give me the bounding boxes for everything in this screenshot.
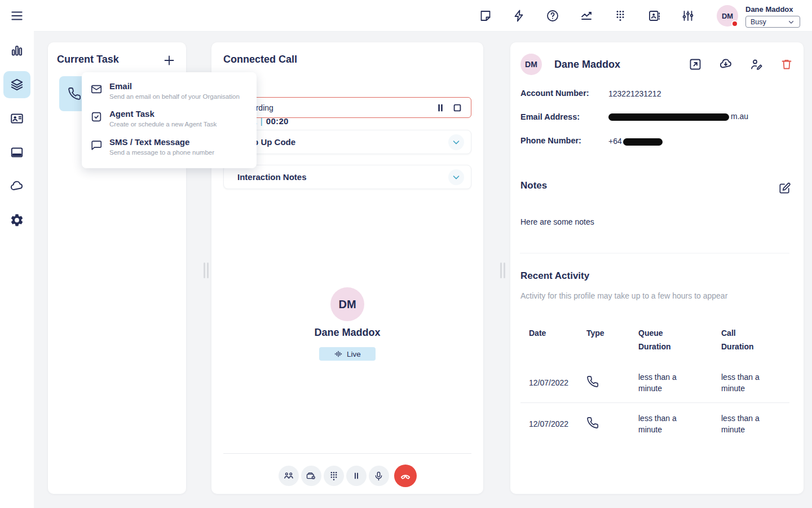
edit-notes-button[interactable] xyxy=(778,182,791,195)
waveform-icon xyxy=(334,349,343,358)
stop-recording-button[interactable] xyxy=(452,102,463,113)
sidebar-item-workspace[interactable] xyxy=(3,139,30,166)
table-row: 12/07/2022 less than a minute less than … xyxy=(529,371,789,395)
agent-workspace: DM Dane Maddox Busy Current Task Connect… xyxy=(0,0,812,508)
connected-call-title: Connected Call xyxy=(223,54,297,65)
transfer-call-button[interactable] xyxy=(279,466,299,486)
email-visible-suffix: m.au xyxy=(731,112,748,121)
notes-content: Here are some notes xyxy=(520,217,594,226)
redaction-bar xyxy=(623,138,663,146)
profile-header: DM Dane Maddox xyxy=(520,53,793,76)
end-call-button[interactable] xyxy=(394,465,417,487)
phone-value: +64 xyxy=(608,137,663,146)
account-number-value: 123221231212 xyxy=(608,89,661,98)
panel-resize-handle[interactable] xyxy=(500,262,505,278)
pause-recording-button[interactable] xyxy=(435,102,446,113)
recording-control-button[interactable] xyxy=(301,466,321,486)
analytics-icon[interactable] xyxy=(580,9,593,23)
status-dot xyxy=(731,20,738,27)
delete-profile-button[interactable] xyxy=(780,58,793,71)
call-duration-value: less than a minute xyxy=(721,413,778,436)
help-icon[interactable] xyxy=(546,9,559,23)
id-card-icon xyxy=(10,111,24,126)
phone-call-type-icon xyxy=(586,413,638,436)
caller-name: Dane Maddox xyxy=(211,327,483,339)
column-header-type: Type xyxy=(586,327,634,354)
activity-date: 12/07/2022 xyxy=(529,413,585,436)
dialpad-button[interactable] xyxy=(324,466,344,486)
status-value: Busy xyxy=(751,18,766,26)
dialpad-icon[interactable] xyxy=(614,9,627,23)
column-header-date: Date xyxy=(529,327,577,354)
recording-bar: Recording xyxy=(223,97,471,118)
email-label: Email Address: xyxy=(520,112,580,121)
notes-title: Notes xyxy=(520,180,547,191)
activity-date: 12/07/2022 xyxy=(529,371,585,395)
controls-divider xyxy=(223,453,471,454)
profile-name: Dane Maddox xyxy=(554,59,620,71)
layers-icon xyxy=(10,77,24,92)
menu-item-agent-task[interactable]: Agent Task Create or schedule a new Agen… xyxy=(82,105,257,133)
phone-visible-prefix: +64 xyxy=(608,137,622,146)
mute-microphone-button[interactable] xyxy=(369,466,389,486)
left-sidebar xyxy=(0,0,34,508)
chevron-down-icon[interactable] xyxy=(448,134,464,150)
phone-call-type-icon xyxy=(586,371,638,395)
customer-profile-panel: DM Dane Maddox Account Number: 1232212 xyxy=(510,42,804,494)
redaction-bar xyxy=(608,113,729,121)
sidebar-item-cloud[interactable] xyxy=(3,173,30,200)
column-header-call-duration: Call Duration xyxy=(721,327,769,354)
add-task-button[interactable] xyxy=(162,54,176,67)
open-external-button[interactable] xyxy=(689,58,702,71)
sidebar-item-tasks[interactable] xyxy=(3,71,30,98)
table-row: 12/07/2022 less than a minute less than … xyxy=(529,413,789,436)
menu-item-sms[interactable]: SMS / Text Message Send a message to a p… xyxy=(82,133,257,161)
email-value: m.au xyxy=(608,112,748,121)
menu-item-description: Create or schedule a new Agent Task xyxy=(109,120,217,129)
menu-item-label: Agent Task xyxy=(109,109,217,120)
edit-contact-button[interactable] xyxy=(749,58,763,71)
sidebar-item-contacts[interactable] xyxy=(3,105,30,132)
section-divider xyxy=(520,253,789,253)
phone-icon xyxy=(68,87,81,100)
menu-item-description: Send a message to a phone number xyxy=(109,148,214,157)
chevron-down-icon xyxy=(787,18,795,26)
envelope-icon xyxy=(90,83,103,95)
interaction-notes-accordion[interactable]: Interaction Notes xyxy=(223,165,471,189)
current-task-title: Current Task xyxy=(57,54,119,65)
column-header-queue-duration: Queue Duration xyxy=(638,327,686,354)
top-bar: DM Dane Maddox Busy xyxy=(34,0,812,32)
status-select[interactable]: Busy xyxy=(745,16,800,28)
row-divider xyxy=(520,402,789,403)
recent-activity-hint: Activity for this profile may take up to… xyxy=(520,291,727,300)
menu-item-email[interactable]: Email Send an email on behalf of your Or… xyxy=(82,77,257,105)
preferences-sliders-icon[interactable] xyxy=(681,9,695,23)
profile-actions xyxy=(689,58,793,71)
checkbox-icon xyxy=(90,111,103,123)
notes-icon[interactable] xyxy=(479,9,492,23)
queue-duration-value: less than a minute xyxy=(638,371,695,395)
chat-bubble-icon xyxy=(90,139,103,151)
hold-call-button[interactable] xyxy=(346,466,367,486)
cloud-icon xyxy=(10,179,24,194)
interaction-notes-label: Interaction Notes xyxy=(237,172,307,182)
panel-resize-handle[interactable] xyxy=(204,262,209,278)
email-row: Email Address: xyxy=(520,112,580,121)
menu-item-label: SMS / Text Message xyxy=(109,137,214,148)
wrap-up-code-accordion[interactable]: Wrap Up Code xyxy=(223,130,471,154)
sidebar-item-settings[interactable] xyxy=(3,207,30,234)
sidebar-item-stats[interactable] xyxy=(3,37,30,64)
quick-actions-icon[interactable] xyxy=(512,9,526,23)
call-controls xyxy=(211,465,483,487)
queue-duration-value: less than a minute xyxy=(638,413,695,436)
phone-label: Phone Number: xyxy=(520,136,581,145)
bar-chart-icon xyxy=(10,43,24,58)
hamburger-menu-icon[interactable] xyxy=(10,8,24,23)
profile-avatar: DM xyxy=(520,54,542,75)
caller-avatar: DM xyxy=(330,287,364,321)
live-badge: Live xyxy=(319,347,376,361)
download-profile-button[interactable] xyxy=(719,58,732,71)
directory-icon[interactable] xyxy=(647,9,661,23)
chevron-down-icon[interactable] xyxy=(448,169,464,185)
menu-item-description: Send an email on behalf of your Organisa… xyxy=(109,92,240,102)
